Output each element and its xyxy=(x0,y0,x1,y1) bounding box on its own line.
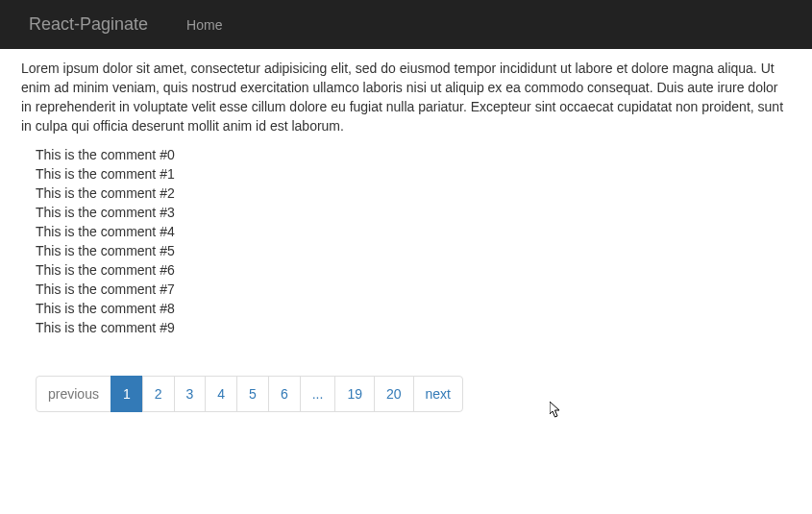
comment-item: This is the comment #6 xyxy=(36,260,791,280)
comment-item: This is the comment #1 xyxy=(36,164,791,184)
comment-item: This is the comment #3 xyxy=(36,203,791,222)
pagination-break: ... xyxy=(300,376,336,412)
pagination-page-5[interactable]: 5 xyxy=(236,376,269,412)
pagination-previous: previous xyxy=(36,376,111,412)
navbar: React-Paginate Home xyxy=(0,0,812,49)
pagination-page-6[interactable]: 6 xyxy=(268,376,301,412)
pagination-page-19[interactable]: 19 xyxy=(334,376,375,412)
comment-list: This is the comment #0This is the commen… xyxy=(21,145,791,337)
navbar-brand[interactable]: React-Paginate xyxy=(14,0,162,49)
main-content: Lorem ipsum dolor sit amet, consectetur … xyxy=(0,59,812,412)
intro-paragraph: Lorem ipsum dolor sit amet, consectetur … xyxy=(21,59,791,135)
comment-item: This is the comment #9 xyxy=(36,318,791,337)
comment-item: This is the comment #2 xyxy=(36,184,791,203)
comment-item: This is the comment #0 xyxy=(36,145,791,164)
pagination-page-2[interactable]: 2 xyxy=(142,376,175,412)
pagination-page-1[interactable]: 1 xyxy=(111,376,143,412)
pagination: previous123456...1920next xyxy=(36,376,776,412)
pagination-page-3[interactable]: 3 xyxy=(174,376,207,412)
comment-item: This is the comment #7 xyxy=(36,280,791,299)
comment-item: This is the comment #8 xyxy=(36,299,791,318)
nav-link-home[interactable]: Home xyxy=(172,3,236,47)
pagination-page-20[interactable]: 20 xyxy=(374,376,414,412)
pagination-page-4[interactable]: 4 xyxy=(205,376,237,412)
comment-item: This is the comment #5 xyxy=(36,241,791,260)
pagination-next[interactable]: next xyxy=(413,376,463,412)
comment-item: This is the comment #4 xyxy=(36,222,791,241)
